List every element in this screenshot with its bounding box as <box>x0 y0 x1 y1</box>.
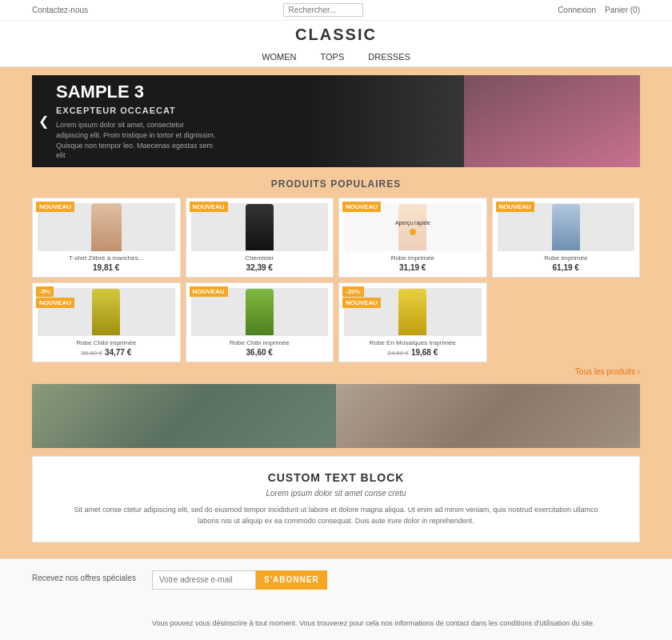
product-price: 36,60 € <box>191 348 329 357</box>
product-card: -20% NOUVEAU Robe En Mosaïques Imprimée … <box>338 282 487 362</box>
newsletter-row: S'ABONNER <box>152 570 640 590</box>
product-image <box>38 288 175 336</box>
login-link[interactable]: Connexion <box>558 6 596 14</box>
hero-image <box>464 75 640 167</box>
product-card: NOUVEAU Chemisier 32,39 € <box>186 198 334 278</box>
newsletter-email-input[interactable] <box>152 570 256 590</box>
hero-text: SAMPLE 3 EXCEPTEUR OCCAECAT Lorem ipsum … <box>32 75 464 167</box>
old-price: 24,60 € <box>387 350 409 357</box>
all-products-anchor[interactable]: Tous les produits › <box>575 367 640 376</box>
product-name: Robe En Mosaïques Imprimée <box>344 339 482 346</box>
product-name: Robe imprimée <box>498 254 635 262</box>
hero-prev-button[interactable]: ❮ <box>38 114 49 129</box>
product-card: NOUVEAU Robe imprimée 61,19 € <box>492 198 641 278</box>
product-price: 31,19 € <box>344 263 482 272</box>
product-price: 19,81 € <box>38 263 175 272</box>
nav-dresses[interactable]: DRESSES <box>368 52 410 62</box>
newsletter-right: S'ABONNER Vous pouvez vous désinscrire à… <box>152 570 640 630</box>
custom-block-title: CUSTOM TEXT BLOCK <box>49 471 623 484</box>
product-badge: NOUVEAU <box>36 202 74 212</box>
product-badge: NOUVEAU <box>190 202 228 212</box>
main-content: ❮ SAMPLE 3 EXCEPTEUR OCCAECAT Lorem ipsu… <box>0 67 672 558</box>
top-bar: Contactez-nous Connexion Panier (0) <box>0 0 672 21</box>
product-price: 32,39 € <box>191 263 329 272</box>
photo-banner-inner <box>32 384 640 448</box>
newsletter-subscribe-button[interactable]: S'ABONNER <box>256 570 327 590</box>
nav-women[interactable]: WOMEN <box>262 52 296 62</box>
product-badge: NOUVEAU <box>190 286 228 297</box>
photo-person-right <box>336 384 640 448</box>
product-badge-discount: -20% <box>342 286 364 297</box>
product-card: NOUVEAU Robe Chibi imprimée 36,60 € <box>186 282 334 362</box>
newsletter-section: Recevez nos offres spéciales S'ABONNER V… <box>0 558 672 640</box>
product-image <box>344 288 482 336</box>
custom-block-subtitle: Lorem ipsum dolor sit amet conse cretu <box>49 489 623 498</box>
all-products-link: Tous les produits › <box>32 367 640 376</box>
product-card-empty <box>492 282 641 362</box>
product-price: 61,19 € <box>498 263 635 272</box>
photo-person-left <box>32 384 336 448</box>
newsletter-form: S'ABONNER <box>152 570 327 590</box>
newsletter-label: Recevez nos offres spéciales <box>32 570 136 582</box>
user-actions: Connexion Panier (0) <box>558 6 640 14</box>
product-name: T-shirt Zébré à manches... <box>38 254 175 262</box>
product-badge-discount: -5% <box>36 286 54 297</box>
product-badge-new: NOUVEAU <box>342 298 381 308</box>
product-grid-row2: -5% NOUVEAU Robe Chibi imprimée 36,60 €3… <box>32 282 640 362</box>
product-badge: NOUVEAU <box>496 202 534 212</box>
hero-banner: ❮ SAMPLE 3 EXCEPTEUR OCCAECAT Lorem ipsu… <box>32 75 640 167</box>
site-title: CLASSIC <box>0 21 672 47</box>
hero-title: SAMPLE 3 <box>56 82 451 102</box>
newsletter-note: Vous pouvez vous désinscrire à tout mome… <box>152 594 640 630</box>
product-name: Chemisier <box>191 254 329 262</box>
product-card: NOUVEAU Aperçu rapide Robe imprimée 31,1… <box>338 198 487 278</box>
product-badge-new: NOUVEAU <box>36 298 74 308</box>
products-section-title: PRODUITS POPULAIRES <box>32 178 640 190</box>
product-name: Robe imprimée <box>344 254 482 262</box>
quick-view-text: Aperçu rapide <box>395 220 430 226</box>
product-card: -5% NOUVEAU Robe Chibi imprimée 36,60 €3… <box>32 282 181 362</box>
main-nav: WOMEN TOPS DRESSES <box>0 47 672 67</box>
product-name: Robe Chibi imprimée <box>38 339 175 346</box>
custom-block-body: Sit amet conse ctetur adipiscing elit, s… <box>63 504 609 527</box>
product-card: NOUVEAU T-shirt Zébré à manches... 19,81… <box>32 198 181 278</box>
product-price: 24,60 €19,68 € <box>344 348 482 357</box>
search-area <box>283 3 363 17</box>
hero-subtitle: EXCEPTEUR OCCAECAT <box>56 106 451 115</box>
product-badge: NOUVEAU <box>342 202 381 212</box>
old-price: 36,60 € <box>81 350 102 357</box>
custom-text-block: CUSTOM TEXT BLOCK Lorem ipsum dolor sit … <box>32 456 640 542</box>
contact-link[interactable]: Contactez-nous <box>32 6 88 14</box>
photo-banner <box>32 384 640 448</box>
hero-body: Lorem ipsum dolor sit amet, consectetur … <box>56 120 216 160</box>
product-grid-row1: NOUVEAU T-shirt Zébré à manches... 19,81… <box>32 198 640 278</box>
cart-link[interactable]: Panier (0) <box>605 6 640 14</box>
quick-view-dot <box>410 229 416 235</box>
product-name: Robe Chibi imprimée <box>191 339 329 346</box>
nav-tops[interactable]: TOPS <box>321 52 345 62</box>
search-input[interactable] <box>283 3 363 17</box>
product-price: 36,60 €34,77 € <box>38 348 175 357</box>
